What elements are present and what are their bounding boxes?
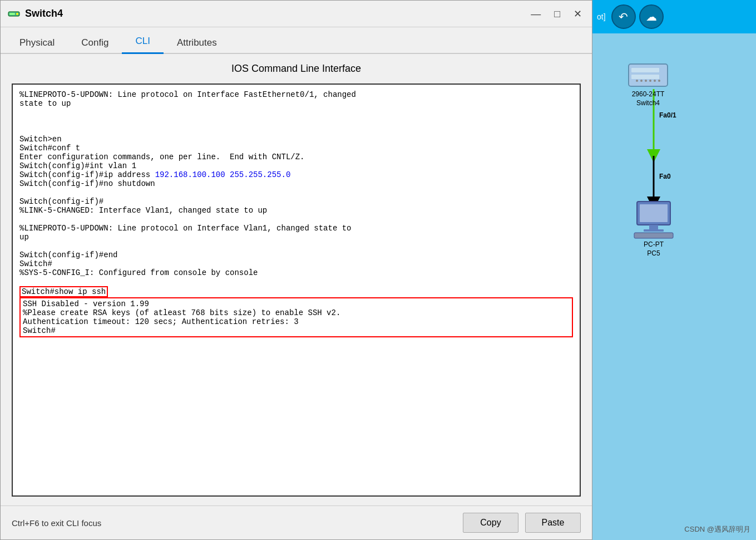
switch-device-icon: [626, 61, 670, 89]
svg-rect-2: [9, 13, 15, 15]
svg-rect-18: [634, 233, 673, 238]
svg-point-13: [658, 80, 660, 82]
csdn-watermark: CSDN @遇风辞明月: [684, 524, 750, 534]
pc-device-icon: [631, 200, 676, 239]
iface-fa0-label: Fa0: [659, 173, 671, 180]
device-switch4[interactable]: 2960-24TT Switch4: [626, 61, 670, 107]
device-pc5[interactable]: PC-PT PC5: [631, 200, 676, 258]
title-bar: Switch4 — □ ✕: [1, 1, 592, 27]
svg-point-12: [654, 80, 656, 82]
tab-cli[interactable]: CLI: [122, 30, 163, 54]
svg-point-10: [645, 80, 647, 82]
tab-physical[interactable]: Physical: [6, 32, 68, 54]
content-area: IOS Command Line Interface %LINEPROTO-5-…: [1, 54, 592, 505]
tab-bar: Physical Config CLI Attributes: [1, 27, 592, 54]
network-area: 2960-24TT Switch4 Fa0/1 Fa0 PC-PT PC5: [592, 45, 756, 434]
right-panel: ot] ↶ ☁: [592, 0, 756, 540]
toolbar-text: ot]: [597, 12, 606, 21]
window-icon: [7, 7, 21, 21]
svg-point-8: [636, 80, 638, 82]
iface-fa0-1-label: Fa0/1: [659, 111, 676, 119]
cli-section-title: IOS Command Line Interface: [12, 63, 581, 75]
maximize-button[interactable]: □: [551, 8, 564, 20]
svg-point-1: [16, 13, 18, 15]
minimize-button[interactable]: —: [527, 8, 544, 20]
dialog-window: Switch4 — □ ✕ Physical Config CLI Attrib…: [0, 0, 592, 540]
paste-button[interactable]: Paste: [525, 513, 581, 533]
svg-rect-15: [640, 204, 668, 222]
svg-rect-16: [649, 225, 658, 229]
pc-label: PC-PT PC5: [644, 240, 664, 258]
right-toolbar: ot] ↶ ☁: [592, 0, 756, 33]
copy-button[interactable]: Copy: [463, 513, 518, 533]
bottom-bar: Ctrl+F6 to exit CLI focus Copy Paste: [1, 505, 592, 539]
back-button[interactable]: ↶: [611, 4, 636, 29]
terminal-output[interactable]: %LINEPROTO-5-UPDOWN: Line protocol on In…: [13, 85, 580, 495]
window-title: Switch4: [25, 8, 63, 19]
svg-point-9: [640, 80, 643, 82]
bottom-buttons: Copy Paste: [463, 513, 581, 533]
svg-point-11: [649, 80, 651, 82]
title-controls: — □ ✕: [527, 8, 585, 20]
svg-rect-7: [631, 75, 659, 79]
switch-label: 2960-24TT Switch4: [632, 90, 665, 107]
close-button[interactable]: ✕: [570, 8, 585, 20]
svg-rect-6: [631, 68, 659, 72]
tab-config[interactable]: Config: [68, 32, 122, 54]
tab-attributes[interactable]: Attributes: [164, 32, 230, 54]
terminal-container[interactable]: %LINEPROTO-5-UPDOWN: Line protocol on In…: [12, 84, 581, 497]
title-bar-left: Switch4: [7, 7, 63, 21]
svg-rect-17: [644, 229, 664, 232]
cloud-button[interactable]: ☁: [639, 4, 664, 29]
cli-hint: Ctrl+F6 to exit CLI focus: [12, 518, 101, 528]
